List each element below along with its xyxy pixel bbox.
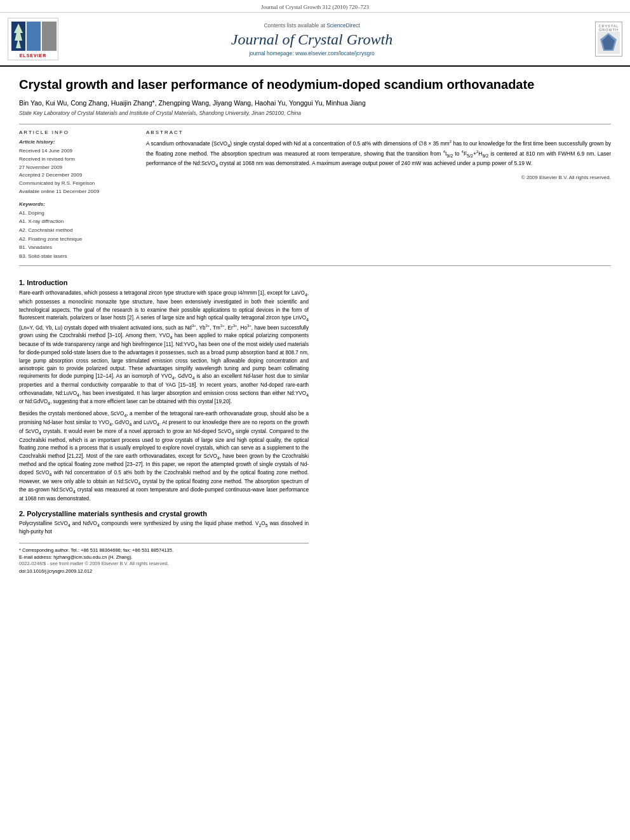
intro-heading: 1. Introduction bbox=[19, 279, 309, 286]
footnote-area: * Corresponding author. Tel.: +86 531 88… bbox=[19, 543, 309, 575]
elsevier-logo: ELSEVIER bbox=[8, 18, 58, 60]
body-content: 1. Introduction Rare-earth orthovanadate… bbox=[19, 272, 611, 574]
abstract-col: ABSTRACT A scandium orthovanadate (ScVO4… bbox=[146, 130, 611, 260]
article-title: Crystal growth and laser performance of … bbox=[19, 76, 611, 93]
affiliation: State Key Laboratory of Crystal Material… bbox=[19, 110, 611, 116]
issn-text: 0022-0248/$ - see front matter © 2009 El… bbox=[19, 561, 309, 566]
keywords-title: Keywords: bbox=[19, 201, 133, 207]
article-content: Crystal growth and laser performance of … bbox=[0, 67, 630, 583]
body-left-col: 1. Introduction Rare-earth orthovanadate… bbox=[19, 272, 309, 574]
svg-rect-3 bbox=[42, 22, 57, 51]
divider-2 bbox=[19, 265, 611, 266]
abstract-text: A scandium orthovanadate (ScVO4) single … bbox=[146, 139, 611, 170]
elsevier-tree-icon bbox=[10, 20, 58, 52]
crystal-growth-logo: CRYSTALGROWTH bbox=[565, 22, 622, 57]
top-bar: Journal of Crystal Growth 312 (2010) 720… bbox=[0, 0, 630, 13]
cg-logo-image bbox=[598, 32, 620, 54]
revised-date: 27 November 2009 bbox=[19, 164, 133, 172]
svg-rect-2 bbox=[27, 22, 41, 51]
section2-heading: 2. Polycrystalline materials synthesis a… bbox=[19, 510, 309, 517]
article-info-abstract: ARTICLE INFO Article history: Received 1… bbox=[19, 130, 611, 260]
intro-para-2: Besides the crystals mentioned above, Sc… bbox=[19, 410, 309, 503]
body-right-col bbox=[321, 272, 611, 574]
article-info-col: ARTICLE INFO Article history: Received 1… bbox=[19, 130, 133, 260]
doi-text: doi:10.1016/j.jcrysgro.2009.12.012 bbox=[19, 568, 309, 574]
homepage-link[interactable]: www.elsevier.com/locate/jcrysgro bbox=[295, 50, 375, 57]
abstract-title: ABSTRACT bbox=[146, 130, 611, 135]
keywords-list: A1. Doping A1. X-ray diffraction A2. Czo… bbox=[19, 209, 133, 261]
article-info-title: ARTICLE INFO bbox=[19, 130, 133, 135]
email-footnote: E-mail address: hjzhang@icm.sdu.edu.cn (… bbox=[19, 554, 309, 561]
intro-para-1: Rare-earth orthovanadates, which possess… bbox=[19, 290, 309, 407]
article-dates: Received 14 June 2009 Received in revise… bbox=[19, 147, 133, 196]
corresponding-author: * Corresponding author. Tel.: +86 531 88… bbox=[19, 547, 309, 554]
journal-title-area: Contents lists available at ScienceDirec… bbox=[58, 22, 565, 57]
journal-citation: Journal of Crystal Growth 312 (2010) 720… bbox=[261, 4, 369, 10]
authors: Bin Yao, Kui Wu, Cong Zhang, Huaijin Zha… bbox=[19, 99, 611, 107]
revised-label: Received in revised form bbox=[19, 156, 133, 164]
divider-1 bbox=[19, 124, 611, 124]
journal-homepage: journal homepage: www.elsevier.com/locat… bbox=[58, 50, 565, 57]
sciencedirect-link[interactable]: ScienceDirect bbox=[326, 22, 359, 29]
journal-title: Journal of Crystal Growth bbox=[58, 31, 565, 48]
journal-header: ELSEVIER Contents lists available at Sci… bbox=[0, 13, 630, 67]
contents-line: Contents lists available at ScienceDirec… bbox=[58, 22, 565, 29]
copyright: © 2009 Elsevier B.V. All rights reserved… bbox=[146, 175, 611, 180]
section2-para: Polycrystalline ScVO4 and NdVO4 compound… bbox=[19, 520, 309, 537]
history-title: Article history: bbox=[19, 139, 133, 145]
cg-logo-label: CRYSTALGROWTH bbox=[598, 24, 620, 32]
elsevier-text: ELSEVIER bbox=[10, 53, 56, 58]
